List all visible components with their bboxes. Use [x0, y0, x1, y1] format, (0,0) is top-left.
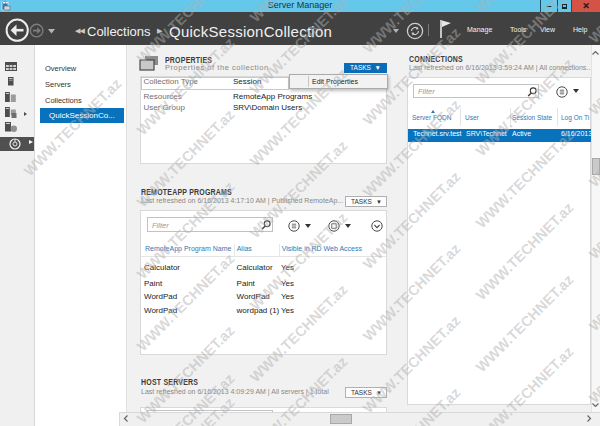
svg-text:WWW.TECHNET.az: WWW.TECHNET.az	[21, 76, 125, 180]
svg-text:WWW.TECHNET.az: WWW.TECHNET.az	[586, 0, 600, 46]
